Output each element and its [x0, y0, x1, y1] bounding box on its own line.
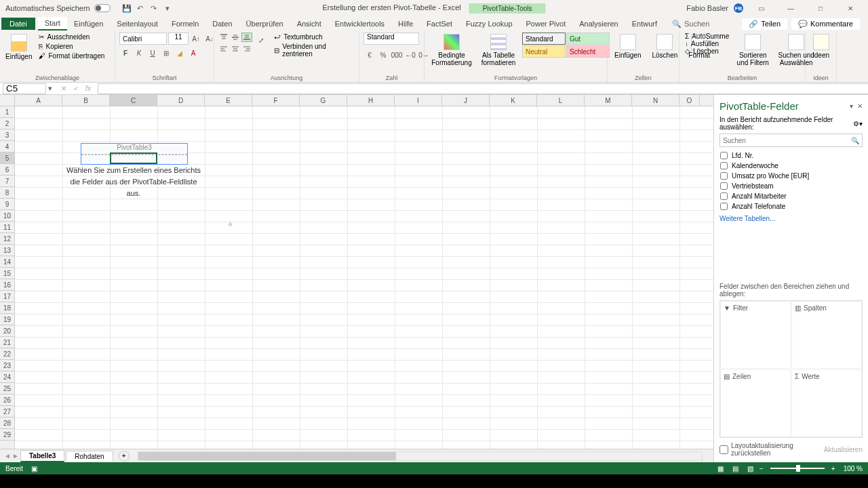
ideas-button[interactable]: Ideen: [810, 33, 832, 60]
fx-icon[interactable]: fx: [83, 83, 94, 94]
field-checkbox[interactable]: [720, 182, 728, 190]
merge-center-button[interactable]: ⊟Verbinden und zentrieren: [273, 42, 355, 58]
row-header[interactable]: 26: [0, 394, 14, 406]
col-header[interactable]: F: [252, 95, 300, 106]
select-all-corner[interactable]: [0, 95, 15, 106]
row-header[interactable]: 14: [0, 256, 14, 268]
pane-close-icon[interactable]: ✕: [857, 102, 863, 110]
autosum-button[interactable]: ΣAutoSumme: [684, 33, 730, 40]
row-header[interactable]: 7: [0, 176, 14, 187]
col-header[interactable]: G: [300, 95, 347, 106]
col-header[interactable]: A: [15, 95, 62, 106]
field-item[interactable]: Lfd. Nr.: [719, 151, 863, 160]
tab-hilfe[interactable]: Hilfe: [391, 18, 420, 30]
zoom-in-icon[interactable]: +: [831, 465, 835, 472]
inc-decimal-icon[interactable]: ←0: [404, 49, 416, 61]
paste-button[interactable]: Einfügen: [4, 33, 33, 62]
thousands-icon[interactable]: 000: [391, 49, 403, 61]
zoom-slider[interactable]: [770, 468, 825, 469]
record-macro-icon[interactable]: ▣: [31, 465, 37, 472]
field-checkbox[interactable]: [720, 172, 728, 180]
row-header[interactable]: 2: [0, 118, 14, 129]
row-header[interactable]: 11: [0, 222, 14, 233]
tab-powerpivot[interactable]: Power Pivot: [519, 18, 573, 30]
col-header[interactable]: D: [157, 95, 205, 106]
col-header[interactable]: I: [395, 95, 442, 106]
col-header[interactable]: N: [632, 95, 679, 106]
row-header[interactable]: 5: [0, 152, 14, 164]
drop-columns[interactable]: ▥Spalten: [791, 301, 862, 369]
col-header[interactable]: C: [110, 95, 157, 106]
row-header[interactable]: 10: [0, 210, 14, 222]
col-header[interactable]: H: [347, 95, 395, 106]
col-header[interactable]: J: [442, 95, 490, 106]
tab-einfuegen[interactable]: Einfügen: [67, 18, 110, 30]
zoom-out-icon[interactable]: −: [760, 465, 764, 472]
tab-entwurf[interactable]: Entwurf: [625, 18, 664, 30]
col-header[interactable]: B: [62, 95, 110, 106]
row-header[interactable]: 16: [0, 279, 14, 291]
drop-values[interactable]: ΣWerte: [791, 369, 862, 437]
row-header[interactable]: 20: [0, 325, 14, 337]
number-format-select[interactable]: Standard: [363, 33, 419, 45]
name-box[interactable]: [3, 83, 46, 94]
field-item[interactable]: Anzahl Telefonate: [719, 202, 863, 211]
cut-button[interactable]: ✂Ausschneiden: [36, 33, 107, 41]
row-header[interactable]: 21: [0, 337, 14, 348]
row-header[interactable]: 17: [0, 291, 14, 302]
tab-fuzzy[interactable]: Fuzzy Lookup: [459, 18, 519, 30]
sort-filter-button[interactable]: Sortieren und Filtern: [733, 33, 772, 68]
field-checkbox[interactable]: [720, 203, 728, 210]
tab-file[interactable]: Datei: [1, 18, 35, 30]
align-left-icon[interactable]: [218, 44, 229, 54]
row-header[interactable]: 24: [0, 371, 14, 383]
align-center-icon[interactable]: [230, 44, 241, 54]
close-icon[interactable]: ✕: [838, 0, 863, 16]
tell-me-search[interactable]: 🔍 Suchen: [672, 20, 709, 28]
col-header[interactable]: M: [585, 95, 632, 106]
cond-format-button[interactable]: Bedingte Formatierung: [429, 33, 475, 68]
comments-button[interactable]: 💬Kommentare: [791, 18, 860, 30]
row-header[interactable]: 23: [0, 360, 14, 371]
font-size-select[interactable]: 11: [168, 33, 189, 45]
wrap-text-button[interactable]: ⮐Textumbruch: [273, 33, 355, 41]
currency-icon[interactable]: €: [363, 49, 376, 61]
format-painter-button[interactable]: 🖌Format übertragen: [36, 52, 107, 60]
underline-icon[interactable]: U: [146, 47, 159, 59]
nav-next-icon[interactable]: ►: [12, 452, 19, 460]
field-checkbox[interactable]: [720, 152, 728, 159]
delete-cells-button[interactable]: Löschen: [649, 33, 680, 60]
font-color-icon[interactable]: A: [187, 47, 199, 59]
orientation-icon[interactable]: ⤢: [255, 34, 267, 46]
row-header[interactable]: 6: [0, 164, 14, 176]
row-header[interactable]: 18: [0, 302, 14, 314]
row-header[interactable]: 15: [0, 268, 14, 279]
cell-grid[interactable]: PivotTable3 Wählen Sie zum Erstellen ein…: [15, 106, 713, 449]
insert-cells-button[interactable]: Einfügen: [612, 33, 644, 60]
cancel-formula-icon[interactable]: ✕: [58, 83, 69, 94]
undo-icon[interactable]: ↶: [135, 3, 146, 14]
col-header[interactable]: O: [679, 95, 700, 106]
tab-entwicklertools[interactable]: Entwicklertools: [328, 18, 391, 30]
tab-start[interactable]: Start: [38, 17, 67, 30]
row-header[interactable]: 19: [0, 314, 14, 325]
row-header[interactable]: 3: [0, 129, 14, 141]
maximize-icon[interactable]: □: [808, 0, 833, 16]
share-button[interactable]: 🔗Teilen: [742, 18, 787, 30]
drop-rows[interactable]: ▤Zeilen: [720, 369, 791, 437]
horizontal-scrollbar[interactable]: [138, 451, 703, 461]
tab-factset[interactable]: FactSet: [420, 18, 459, 30]
avatar[interactable]: FB: [734, 3, 743, 13]
row-header[interactable]: 1: [0, 106, 14, 118]
fill-color-icon[interactable]: ◢: [174, 47, 186, 59]
tab-analysieren[interactable]: Analysieren: [572, 18, 625, 30]
border-icon[interactable]: ⊞: [160, 47, 172, 59]
ribbon-options-icon[interactable]: ▭: [749, 0, 773, 16]
style-schlecht[interactable]: Schlecht: [566, 45, 610, 58]
row-header[interactable]: 25: [0, 383, 14, 394]
style-gut[interactable]: Gut: [566, 33, 610, 45]
nav-prev-icon[interactable]: ◄: [4, 452, 11, 460]
style-standard[interactable]: Standard: [522, 33, 566, 45]
tab-ansicht[interactable]: Ansicht: [290, 18, 328, 30]
row-header[interactable]: 8: [0, 187, 14, 199]
